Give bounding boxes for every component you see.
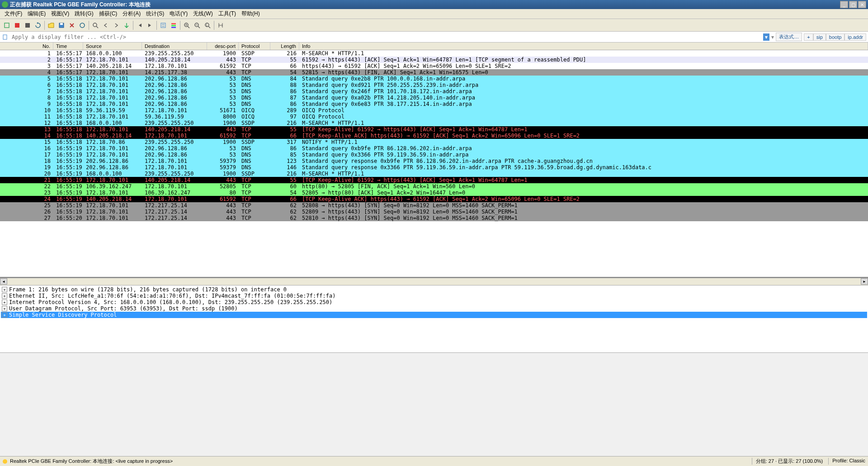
- column-header-descport[interactable]: desc-port: [207, 43, 239, 50]
- go-back-icon[interactable]: [101, 20, 111, 30]
- expand-icon[interactable]: +: [2, 312, 7, 318]
- packet-row[interactable]: 616:55:18172.18.70.101202.96.128.8653DNS…: [0, 82, 868, 88]
- column-header-source[interactable]: Source: [83, 43, 142, 50]
- restart-capture-icon[interactable]: [33, 20, 43, 30]
- detail-tree-item[interactable]: +Internet Protocol Version 4, Src: 168.0…: [1, 299, 867, 305]
- menu-item-10[interactable]: 帮助(H): [239, 9, 263, 19]
- detail-tree-item[interactable]: +Frame 1: 216 bytes on wire (1728 bits),…: [1, 286, 867, 293]
- display-filter-input[interactable]: [10, 33, 763, 41]
- detail-tree-item[interactable]: +Ethernet II, Src: LcfcHefe_a1:70:6f (54…: [1, 293, 867, 299]
- menu-item-5[interactable]: 分析(A): [120, 9, 143, 19]
- colorize-icon[interactable]: [169, 20, 179, 30]
- expand-icon[interactable]: +: [2, 293, 7, 299]
- scroll-left-icon[interactable]: ◄: [0, 278, 7, 285]
- packet-row[interactable]: 2316:55:19172.18.70.101106.39.162.24780T…: [0, 190, 868, 196]
- packet-cell: TCP: [239, 57, 270, 63]
- dropdown-icon[interactable]: ▾: [763, 33, 769, 41]
- bookmark-icon[interactable]: [1, 33, 9, 41]
- packet-row[interactable]: 1816:55:19202.96.128.86172.18.70.1015937…: [0, 158, 868, 164]
- packet-row[interactable]: 1216:55:18168.0.0.100239.255.255.2501900…: [0, 120, 868, 126]
- packet-row[interactable]: 716:55:18172.18.70.101202.96.128.8653DNS…: [0, 88, 868, 95]
- packet-list[interactable]: No.TimeSourceDestinationdesc-portProtoco…: [0, 43, 868, 278]
- filter-preset-+[interactable]: +: [804, 33, 813, 41]
- packet-row[interactable]: 1116:55:18172.18.70.10159.36.119.598000O…: [0, 114, 868, 120]
- filter-preset-bootp[interactable]: bootp: [826, 33, 845, 41]
- packet-row[interactable]: 2716:55:20172.18.70.101172.217.25.14443T…: [0, 215, 868, 221]
- zoom-reset-icon[interactable]: 1: [203, 20, 212, 30]
- packet-row[interactable]: 116:55:17168.0.0.100239.255.255.2501900S…: [0, 50, 868, 57]
- column-header-time[interactable]: Time: [53, 43, 83, 50]
- packet-row[interactable]: 416:55:17172.18.70.10114.215.177.38443TC…: [0, 69, 868, 76]
- packet-row[interactable]: 216:55:17172.18.70.101140.205.218.14443T…: [0, 57, 868, 63]
- packet-row[interactable]: 2016:55:19168.0.0.100239.255.255.2501900…: [0, 171, 868, 177]
- packet-row[interactable]: 316:55:17140.205.218.14172.18.70.1016159…: [0, 63, 868, 69]
- packet-row[interactable]: 916:55:18172.18.70.101202.96.128.8653DNS…: [0, 101, 868, 107]
- go-forward-icon[interactable]: [111, 20, 121, 30]
- packet-row[interactable]: 1916:55:19202.96.128.86172.18.70.1015937…: [0, 164, 868, 171]
- open-file-icon[interactable]: [46, 20, 56, 30]
- packet-row[interactable]: 1416:55:18140.205.218.14172.18.70.101615…: [0, 133, 868, 139]
- maximize-button[interactable]: ▢: [849, 1, 857, 8]
- last-packet-icon[interactable]: [145, 20, 155, 30]
- packet-cell: 1900: [207, 120, 239, 126]
- horizontal-scrollbar[interactable]: ◄ ►: [0, 278, 868, 285]
- packet-cell: 84: [270, 76, 299, 82]
- close-button[interactable]: ✕: [858, 1, 866, 8]
- column-header-length[interactable]: Length: [270, 43, 299, 50]
- column-header-info[interactable]: Info: [299, 43, 868, 50]
- first-packet-icon[interactable]: [135, 20, 145, 30]
- column-header-protocol[interactable]: Protocol: [239, 43, 270, 50]
- menu-item-1[interactable]: 编辑(E): [25, 9, 48, 19]
- expression-button[interactable]: 表达式…: [776, 33, 802, 41]
- packet-row[interactable]: 1516:55:18172.18.70.86239.255.255.250190…: [0, 139, 868, 145]
- menu-item-9[interactable]: 工具(T): [216, 9, 239, 19]
- scroll-right-icon[interactable]: ►: [861, 278, 868, 285]
- packet-row[interactable]: 1716:55:19172.18.70.101202.96.128.8653DN…: [0, 152, 868, 158]
- packet-cell: 172.18.70.101: [83, 69, 142, 76]
- packet-row[interactable]: 2616:55:19172.18.70.101172.217.25.14443T…: [0, 209, 868, 215]
- resize-columns-icon[interactable]: [216, 20, 226, 30]
- packet-cell: 51671: [207, 107, 239, 114]
- packet-row[interactable]: 2416:55:19140.205.218.14172.18.70.101615…: [0, 196, 868, 202]
- packet-row[interactable]: 516:55:18172.18.70.101202.96.128.8653DNS…: [0, 76, 868, 82]
- menu-item-6[interactable]: 统计(S): [143, 9, 167, 19]
- detail-tree-item[interactable]: +Simple Service Discovery Protocol: [1, 312, 867, 318]
- go-to-icon[interactable]: [122, 20, 132, 30]
- menu-item-2[interactable]: 视图(V): [48, 9, 72, 19]
- auto-scroll-icon[interactable]: [158, 20, 168, 30]
- column-header-no[interactable]: No.: [0, 43, 53, 50]
- save-file-icon[interactable]: [57, 20, 66, 30]
- packet-list-header[interactable]: No.TimeSourceDestinationdesc-portProtoco…: [0, 43, 868, 50]
- packet-row[interactable]: 2116:55:19172.18.70.101140.205.218.14443…: [0, 177, 868, 183]
- menu-item-3[interactable]: 跳转(G): [72, 9, 96, 19]
- menu-item-0[interactable]: 文件(F): [2, 9, 25, 19]
- start-capture-icon[interactable]: [12, 20, 22, 30]
- expand-icon[interactable]: +: [2, 306, 7, 311]
- packet-cell: OICQ Protocol: [299, 107, 868, 114]
- interfaces-icon[interactable]: [2, 20, 12, 30]
- filter-preset-sip[interactable]: sip: [813, 33, 826, 41]
- menu-item-8[interactable]: 无线(W): [190, 9, 215, 19]
- menu-item-4[interactable]: 捕获(C): [96, 9, 120, 19]
- find-icon[interactable]: [90, 20, 100, 30]
- menu-item-7[interactable]: 电话(Y): [167, 9, 190, 19]
- expand-icon[interactable]: +: [2, 300, 7, 305]
- filter-preset-ip.addr[interactable]: ip.addr: [844, 33, 866, 41]
- reload-icon[interactable]: [77, 20, 87, 30]
- minimize-button[interactable]: _: [840, 1, 848, 8]
- zoom-out-icon[interactable]: [192, 20, 202, 30]
- packet-row[interactable]: 1016:55:1859.36.119.59172.18.70.10151671…: [0, 107, 868, 114]
- packet-row[interactable]: 1616:55:19172.18.70.101202.96.128.8653DN…: [0, 145, 868, 152]
- packet-cell: 59.36.119.59: [142, 114, 207, 120]
- packet-details-pane[interactable]: +Frame 1: 216 bytes on wire (1728 bits),…: [0, 285, 868, 353]
- expand-icon[interactable]: +: [2, 287, 7, 292]
- packet-row[interactable]: 1316:55:18172.18.70.101140.205.218.14443…: [0, 126, 868, 133]
- detail-tree-item[interactable]: +User Datagram Protocol, Src Port: 63953…: [1, 305, 867, 312]
- column-header-destination[interactable]: Destination: [142, 43, 207, 50]
- close-file-icon[interactable]: [67, 20, 77, 30]
- packet-row[interactable]: 2516:55:19172.18.70.101172.217.25.14443T…: [0, 202, 868, 209]
- stop-capture-icon[interactable]: [23, 20, 33, 30]
- zoom-in-icon[interactable]: [182, 20, 192, 30]
- packet-row[interactable]: 816:55:18172.18.70.101202.96.128.8653DNS…: [0, 95, 868, 101]
- packet-row[interactable]: 2216:55:19106.39.162.247172.18.70.101528…: [0, 183, 868, 190]
